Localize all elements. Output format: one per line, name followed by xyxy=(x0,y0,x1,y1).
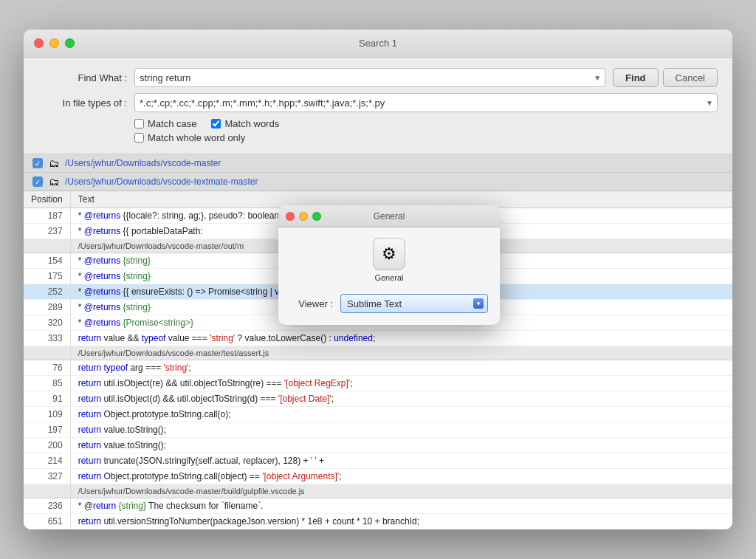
table-row[interactable]: 109 return Object.prototype.toString.cal… xyxy=(24,407,732,422)
row-text: return value.toString(); xyxy=(70,422,732,438)
popup-maximize-button[interactable] xyxy=(312,212,321,221)
viewer-select[interactable]: Sublime TextTextEditXcode xyxy=(340,294,488,313)
find-what-row: Find What : ▼ Find Cancel xyxy=(38,68,718,87)
viewer-select-wrap: Sublime TextTextEditXcode xyxy=(340,294,488,313)
file-types-row: In file types of : ▼ xyxy=(38,93,718,112)
table-row[interactable]: 76 return typeof arg === 'string'; xyxy=(24,360,732,376)
col-position: Position xyxy=(24,191,70,208)
search-paths: 🗂 /Users/jwhur/Downloads/vscode-master 🗂… xyxy=(24,154,732,191)
popup-body: Viewer : Sublime TextTextEditXcode xyxy=(278,291,500,325)
row-position: 237 xyxy=(24,224,70,239)
row-position: 109 xyxy=(24,407,70,422)
file-types-label: In file types of : xyxy=(38,97,134,109)
general-popup: General ⚙ General Viewer : Sublime TextT… xyxy=(278,205,500,325)
path-text-0: /Users/jwhur/Downloads/vscode-master xyxy=(65,158,221,168)
path-row-0[interactable]: 🗂 /Users/jwhur/Downloads/vscode-master xyxy=(24,154,732,173)
window-controls xyxy=(34,38,75,48)
find-what-label: Find What : xyxy=(38,72,134,83)
popup-title-bar: General xyxy=(278,205,500,227)
row-position: 85 xyxy=(24,376,70,391)
cancel-button[interactable]: Cancel xyxy=(663,68,718,87)
row-position: 154 xyxy=(24,253,70,269)
folder-icon-0: 🗂 xyxy=(49,157,59,169)
match-case-label: Match case xyxy=(148,118,196,129)
search-form: Find What : ▼ Find Cancel In file types … xyxy=(24,58,732,154)
title-bar: Search 1 xyxy=(24,30,732,58)
popup-minimize-button[interactable] xyxy=(299,212,308,221)
file-types-input-wrap: ▼ xyxy=(134,93,718,112)
table-row[interactable]: 651 return util.versionStringToNumber(pa… xyxy=(24,514,732,529)
match-case-checkbox[interactable] xyxy=(134,119,144,128)
row-position: 187 xyxy=(24,208,70,224)
table-row[interactable]: 91 return util.isObject(d) && util.objec… xyxy=(24,391,732,407)
match-whole-word-label: Match whole word only xyxy=(148,132,245,143)
row-text: return truncate(JSON.stringify(self.actu… xyxy=(70,453,732,469)
gear-icon-box: ⚙ xyxy=(373,238,405,270)
row-position: 197 xyxy=(24,422,70,438)
match-whole-word-item[interactable]: Match whole word only xyxy=(134,132,245,143)
row-text: return value && typeof value === 'string… xyxy=(70,331,732,346)
maximize-button[interactable] xyxy=(65,38,75,48)
minimize-button[interactable] xyxy=(49,38,59,48)
row-text: return value.toString(); xyxy=(70,438,732,453)
row-text: * @return {string} The checksum for `fil… xyxy=(70,498,732,514)
row-position: 236 xyxy=(24,498,70,514)
match-words-label: Match words xyxy=(224,118,279,129)
table-row[interactable]: 85 return util.isObject(re) && util.obje… xyxy=(24,376,732,391)
popup-controls xyxy=(286,212,321,221)
file-types-input[interactable] xyxy=(134,93,718,112)
row-text: return util.isObject(d) && util.objectTo… xyxy=(70,391,732,407)
row-text: return typeof arg === 'string'; xyxy=(70,360,732,376)
popup-icon-label: General xyxy=(278,273,500,282)
table-row[interactable]: 236* @return {string} The checksum for `… xyxy=(24,498,732,514)
gear-icon: ⚙ xyxy=(382,244,396,264)
path-check-0[interactable] xyxy=(32,158,43,168)
row-position: 175 xyxy=(24,269,70,284)
row-position: 333 xyxy=(24,331,70,346)
table-row[interactable]: 197 return value.toString(); xyxy=(24,422,732,438)
row-position: 252 xyxy=(24,284,70,300)
group-header-row: /Users/jwhur/Downloads/vscode-master/bui… xyxy=(24,484,732,498)
table-row[interactable]: 200 return value.toString(); xyxy=(24,438,732,453)
row-text: return Object.prototype.toString.call(ob… xyxy=(70,469,732,484)
row-position: 651 xyxy=(24,514,70,529)
popup-icon-area: ⚙ xyxy=(278,227,500,273)
main-window: Search 1 Find What : ▼ Find Cancel In fi… xyxy=(24,30,732,529)
row-position: 320 xyxy=(24,315,70,331)
row-text: return Object.prototype.toString.call(o)… xyxy=(70,407,732,422)
checkbox-row-1: Match case Match words xyxy=(134,118,718,129)
path-row-1[interactable]: 🗂 /Users/jwhur/Downloads/vscode-textmate… xyxy=(24,173,732,191)
match-words-item[interactable]: Match words xyxy=(211,118,279,129)
row-position: 91 xyxy=(24,391,70,407)
find-what-input[interactable] xyxy=(134,68,605,87)
path-text-1: /Users/jwhur/Downloads/vscode-textmate-m… xyxy=(65,176,258,187)
table-row[interactable]: 327 return Object.prototype.toString.cal… xyxy=(24,469,732,484)
row-text: return util.versionStringToNumber(packag… xyxy=(70,514,732,529)
row-position: 289 xyxy=(24,300,70,315)
table-row[interactable]: 214 return truncate(JSON.stringify(self.… xyxy=(24,453,732,469)
close-button[interactable] xyxy=(34,38,44,48)
table-row[interactable]: 333 return value && typeof value === 'st… xyxy=(24,331,732,346)
row-text: return util.isObject(re) && util.objectT… xyxy=(70,376,732,391)
row-position: 327 xyxy=(24,469,70,484)
match-words-checkbox[interactable] xyxy=(211,119,221,128)
window-title: Search 1 xyxy=(359,38,397,49)
popup-close-button[interactable] xyxy=(286,212,295,221)
match-case-item[interactable]: Match case xyxy=(134,118,196,129)
row-position: 200 xyxy=(24,438,70,453)
popup-title: General xyxy=(374,211,405,222)
folder-icon-1: 🗂 xyxy=(49,176,59,188)
find-button[interactable]: Find xyxy=(613,68,658,87)
viewer-label: Viewer : xyxy=(290,298,333,309)
row-position: 214 xyxy=(24,453,70,469)
find-what-input-wrap: ▼ xyxy=(134,68,605,87)
group-header-row: /Users/jwhur/Downloads/vscode-master/tes… xyxy=(24,346,732,360)
row-position: 76 xyxy=(24,360,70,376)
match-whole-word-checkbox[interactable] xyxy=(134,133,144,143)
path-check-1[interactable] xyxy=(32,176,43,187)
checkbox-row-2: Match whole word only xyxy=(134,132,718,143)
viewer-row: Viewer : Sublime TextTextEditXcode xyxy=(290,294,488,313)
